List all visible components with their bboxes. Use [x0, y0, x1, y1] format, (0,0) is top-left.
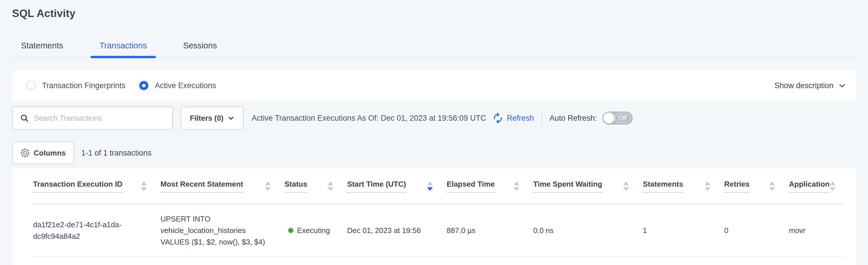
column-header-elapsed-time: Elapsed Time — [447, 168, 533, 204]
column-label[interactable]: Start Time (UTC) — [347, 180, 406, 193]
sort-icon-active-desc[interactable] — [427, 182, 433, 191]
column-label[interactable]: Most Recent Statement — [160, 180, 243, 193]
transactions-table-card: Transaction Execution ID Most Recent Sta… — [12, 168, 856, 265]
column-label[interactable]: Statements — [643, 180, 683, 193]
chevron-down-icon — [838, 81, 846, 89]
column-header-transaction-execution-id: Transaction Execution ID — [33, 168, 160, 204]
column-label[interactable]: Application — [789, 180, 830, 193]
radio-label[interactable]: Active Executions — [155, 81, 216, 90]
search-icon — [20, 114, 29, 123]
show-description-label[interactable]: Show description — [774, 81, 834, 90]
cell-time-spent-waiting: 0.0 ns — [533, 204, 643, 257]
cell-retries: 0 — [724, 204, 789, 257]
column-header-time-spent-waiting: Time Spent Waiting — [533, 168, 643, 204]
toggle-state-label: Off — [615, 113, 630, 123]
radio-selected-icon[interactable] — [139, 81, 148, 90]
sort-icon[interactable] — [514, 182, 520, 191]
as-of-timestamp: Active Transaction Executions As Of: Dec… — [252, 114, 486, 123]
column-header-most-recent-statement: Most Recent Statement — [160, 168, 284, 204]
tab-transactions[interactable]: Transactions — [91, 42, 156, 57]
sort-icon[interactable] — [328, 182, 333, 191]
vertical-divider — [541, 110, 542, 127]
table-header-row: Transaction Execution ID Most Recent Sta… — [33, 168, 844, 204]
status-executing-dot-icon — [288, 228, 293, 233]
transactions-table: Transaction Execution ID Most Recent Sta… — [33, 168, 844, 257]
cell-status: Executing — [284, 204, 347, 257]
cell-elapsed-time: 887.0 µs — [447, 204, 533, 257]
table-toolbar: Columns 1-1 of 1 transactions — [12, 142, 856, 164]
search-box[interactable] — [12, 107, 173, 130]
sort-icon[interactable] — [830, 182, 836, 191]
cell-start-time: Dec 01, 2023 at 19:56 — [347, 204, 447, 257]
sort-icon[interactable] — [705, 182, 710, 191]
radio-label[interactable]: Transaction Fingerprints — [42, 81, 125, 90]
results-count: 1-1 of 1 transactions — [81, 149, 152, 158]
column-header-application: Application — [789, 168, 844, 204]
cell-application: movr — [789, 204, 844, 257]
radio-unselected-icon[interactable] — [27, 81, 36, 90]
filters-label: Filters (0) — [190, 114, 223, 123]
auto-refresh-toggle[interactable]: Off — [602, 111, 633, 125]
column-label[interactable]: Time Spent Waiting — [533, 180, 602, 193]
tab-statements[interactable]: Statements — [12, 42, 72, 57]
tab-bar: Statements Transactions Sessions — [12, 42, 856, 57]
columns-label: Columns — [34, 149, 66, 158]
chevron-down-icon — [227, 115, 235, 122]
column-label[interactable]: Retries — [724, 180, 749, 193]
radio-transaction-fingerprints[interactable]: Transaction Fingerprints — [27, 81, 125, 90]
page-title: SQL Activity — [12, 0, 856, 20]
refresh-icon — [492, 113, 503, 124]
cell-statements: 1 — [643, 204, 724, 257]
sort-icon[interactable] — [141, 182, 147, 191]
tab-sessions[interactable]: Sessions — [174, 42, 226, 57]
cell-most-recent-statement: UPSERT INTO vehicle_location_histories V… — [160, 204, 284, 257]
toggle-knob[interactable] — [603, 113, 614, 124]
sort-icon[interactable] — [265, 182, 271, 191]
radio-active-executions[interactable]: Active Executions — [139, 81, 216, 90]
status-label: Executing — [297, 225, 330, 236]
sort-icon[interactable] — [769, 182, 775, 191]
auto-refresh-label: Auto Refresh: — [550, 114, 597, 123]
gear-icon — [21, 149, 29, 157]
column-label[interactable]: Status — [284, 180, 307, 193]
table-row: da1f21e2-de71-4c1f-a1da-dc9fc94a84a2 UPS… — [33, 204, 844, 257]
sort-icon[interactable] — [623, 182, 629, 191]
column-header-retries: Retries — [724, 168, 789, 204]
search-input[interactable] — [34, 114, 167, 123]
column-header-status: Status — [284, 168, 347, 204]
refresh-button[interactable]: Refresh — [492, 113, 534, 124]
column-label[interactable]: Elapsed Time — [447, 180, 495, 193]
refresh-label[interactable]: Refresh — [507, 114, 534, 123]
view-mode-card: Transaction Fingerprints Active Executio… — [12, 71, 856, 101]
show-description-toggle[interactable]: Show description — [774, 81, 846, 90]
controls-row: Filters (0) Active Transaction Execution… — [12, 107, 856, 130]
sql-activity-page: SQL Activity Statements Transactions Ses… — [0, 0, 868, 265]
cell-transaction-execution-id: da1f21e2-de71-4c1f-a1da-dc9fc94a84a2 — [33, 204, 160, 257]
columns-button[interactable]: Columns — [12, 142, 74, 164]
filters-button[interactable]: Filters (0) — [181, 107, 244, 130]
column-label[interactable]: Transaction Execution ID — [33, 180, 123, 193]
column-header-statements: Statements — [643, 168, 724, 204]
column-header-start-time: Start Time (UTC) — [347, 168, 447, 204]
